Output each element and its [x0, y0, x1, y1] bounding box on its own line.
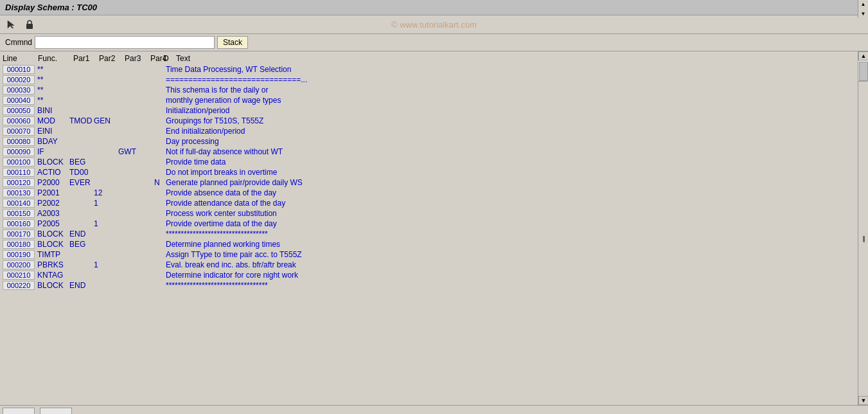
cell-func: A2003: [37, 209, 69, 218]
table-row[interactable]: 000150A2003Process work center substitut…: [0, 208, 868, 219]
cell-func: MOD: [37, 116, 69, 125]
cell-func: KNTAG: [37, 271, 69, 280]
cell-line: 000180: [3, 240, 35, 249]
cell-line: 000110: [3, 168, 35, 177]
cell-par2: 1: [94, 219, 118, 228]
cell-line: 000170: [3, 230, 35, 239]
table-row[interactable]: 000190TIMTPAssign TType to time pair acc…: [0, 249, 868, 260]
cursor-icon[interactable]: [5, 18, 18, 31]
cell-line: 000050: [3, 106, 35, 115]
table-row[interactable]: 000210KNTAGDetermine indicator for core …: [0, 270, 868, 280]
scroll-up-icon[interactable]: ▲: [858, 51, 868, 60]
cell-text: Do not import breaks in overtime: [166, 168, 865, 177]
command-label: Cmmnd: [5, 38, 32, 47]
cell-line: 000140: [3, 199, 35, 208]
cell-text: Provide time data: [166, 158, 865, 166]
table-row[interactable]: 000060MODTMODGENGroupings for T510S, T55…: [0, 116, 868, 126]
cell-line: 000010: [3, 65, 35, 74]
cell-func: IF: [37, 147, 69, 156]
table-row[interactable]: 000170BLOCKEND**************************…: [0, 229, 868, 239]
cell-line: 000120: [3, 178, 35, 187]
cell-text: Eval. break end inc. abs. bfr/aftr break: [166, 260, 865, 269]
cell-par1: END: [69, 281, 94, 290]
table-row[interactable]: 000100BLOCKBEGProvide time data: [0, 157, 868, 167]
cell-par1: TD00: [69, 168, 94, 177]
scroll-track: [858, 60, 868, 81]
bottom-indicator-1: [3, 408, 35, 415]
cell-line: 000190: [3, 250, 35, 259]
cell-func: **: [37, 86, 69, 94]
cell-text: This schema is for the daily or: [166, 86, 865, 94]
scroll-indicator: ▐: [858, 81, 867, 395]
vertical-scrollbar[interactable]: ▲ ▐ ▼: [858, 51, 868, 405]
cell-par2: GEN: [94, 116, 118, 125]
table-row[interactable]: 000010**Time Data Processing, WT Selecti…: [0, 64, 868, 75]
lock-icon[interactable]: [23, 18, 36, 31]
cell-text: Not if full-day absence without WT: [166, 147, 865, 156]
watermark: © www.tutorialkart.com: [391, 20, 477, 30]
table-row[interactable]: 000110ACTIOTD00Do not import breaks in o…: [0, 167, 868, 177]
table-row[interactable]: 000220BLOCKEND**************************…: [0, 280, 868, 291]
cell-text: Provide attendance data of the day: [166, 199, 865, 208]
cell-line: 000020: [3, 75, 35, 84]
cell-func: PBRKS: [37, 260, 69, 269]
cell-func: EINI: [37, 127, 69, 136]
table-row[interactable]: 000070EINIEnd initialization/period: [0, 126, 868, 136]
table-row[interactable]: 000040**monthly generation of wage types: [0, 95, 868, 105]
cell-par1: TMOD: [69, 116, 94, 125]
cell-line: 000070: [3, 127, 35, 136]
cell-text: Determine indicator for core night work: [166, 271, 865, 280]
cell-line: 000220: [3, 281, 35, 290]
table-row[interactable]: 000030**This schema is for the daily or: [0, 85, 868, 95]
cell-func: P2005: [37, 219, 69, 228]
table-row[interactable]: 000050BINIInitialization/period: [0, 105, 868, 116]
table-row[interactable]: 000020**==============================..…: [0, 75, 868, 85]
cell-text: Time Data Processing, WT Selection: [166, 65, 865, 74]
cell-text: ==============================...: [166, 75, 865, 84]
cell-text: monthly generation of wage types: [166, 96, 865, 105]
header-par3: Par3: [125, 54, 150, 63]
command-input[interactable]: [35, 36, 215, 49]
table-row[interactable]: 000200PBRKS1Eval. break end inc. abs. bf…: [0, 260, 868, 270]
table-row[interactable]: 000080BDAYDay processing: [0, 136, 868, 147]
table-body: 000010**Time Data Processing, WT Selecti…: [0, 64, 868, 291]
table-row[interactable]: 000130P200112Provide absence data of the…: [0, 188, 868, 198]
header-par2: Par2: [99, 54, 125, 63]
cell-par2: 1: [94, 199, 118, 208]
cell-par1: END: [69, 230, 94, 239]
cell-line: 000030: [3, 86, 35, 94]
cell-line: 000090: [3, 147, 35, 156]
cell-func: BINI: [37, 106, 69, 115]
stack-button[interactable]: Stack: [217, 36, 248, 49]
cell-text: Provide overtime data of the day: [166, 219, 865, 228]
cell-line: 000210: [3, 271, 35, 280]
content-area: Line Func. Par1 Par2 Par3 Par4 D Text 00…: [0, 51, 868, 414]
table-row[interactable]: 000090IFGWTNot if full-day absence witho…: [0, 147, 868, 157]
table-row[interactable]: 000180BLOCKBEGDetermine planned working …: [0, 239, 868, 249]
cell-func: P2001: [37, 188, 69, 197]
cell-func: **: [37, 96, 69, 105]
cell-text: Initialization/period: [166, 106, 865, 115]
table-row[interactable]: 000120P2000EVERNGenerate planned pair/pr…: [0, 177, 868, 188]
cell-func: BDAY: [37, 137, 69, 146]
scroll-down-arrow[interactable]: ▼: [861, 11, 866, 17]
table-row[interactable]: 000140P20021Provide attendance data of t…: [0, 198, 868, 208]
scroll-up-arrow[interactable]: ▲: [861, 1, 866, 7]
scroll-down-icon[interactable]: ▼: [858, 396, 868, 405]
cell-par3: GWT: [118, 147, 143, 156]
cell-text: Provide absence data of the day: [166, 188, 865, 197]
header-par1: Par1: [73, 54, 99, 63]
title-bar: Display Schema : TC00: [0, 0, 868, 15]
table-row[interactable]: 000160P20051Provide overtime data of the…: [0, 219, 868, 229]
toolbar: © www.tutorialkart.com: [0, 15, 868, 34]
header-line: Line: [3, 54, 38, 63]
cell-line: 000160: [3, 219, 35, 228]
cell-par1: EVER: [69, 178, 94, 187]
cell-func: P2002: [37, 199, 69, 208]
cell-text: Assign TType to time pair acc. to T555Z: [166, 250, 865, 259]
cell-line: 000200: [3, 260, 35, 269]
cell-func: BLOCK: [37, 230, 69, 239]
cell-text: Process work center substitution: [166, 209, 865, 218]
cell-line: 000080: [3, 137, 35, 146]
cell-line: 000150: [3, 209, 35, 218]
